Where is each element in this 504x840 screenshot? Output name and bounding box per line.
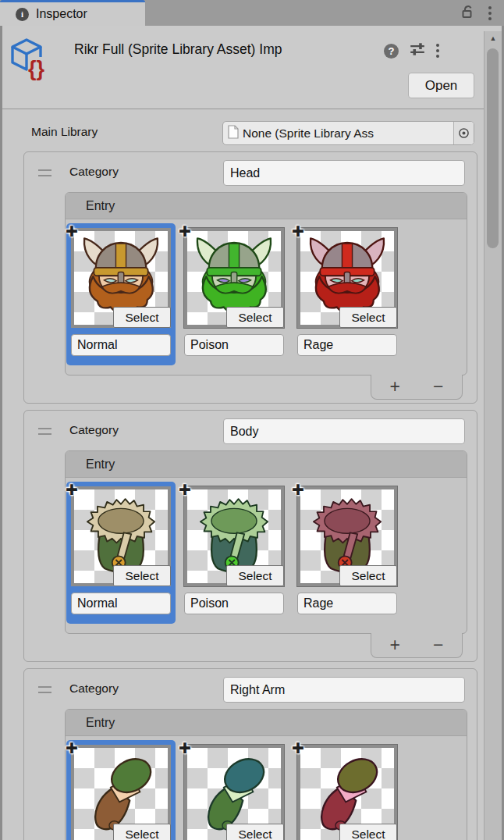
entry-arm-poison[interactable]: ✚ Select xyxy=(179,740,289,840)
plus-badge-icon: ✚ xyxy=(66,222,78,240)
add-entry-button[interactable]: + xyxy=(384,378,406,396)
drag-handle-icon[interactable] xyxy=(38,169,51,176)
plus-badge-icon: ✚ xyxy=(179,739,191,757)
entry-list: Entry ✚ Select ✚ Sel xyxy=(65,709,467,840)
category-row: Category xyxy=(24,160,477,186)
entry-head-rage[interactable]: ✚ Select xyxy=(293,223,402,365)
plus-badge-icon: ✚ xyxy=(292,222,304,240)
open-button[interactable]: Open xyxy=(408,73,474,98)
sprite-thumbnail[interactable]: ✚ Select xyxy=(297,228,397,328)
entry-list-header: Entry xyxy=(66,451,467,478)
sprite-thumbnail[interactable]: ✚ Select xyxy=(71,486,171,586)
tab-label: Inspector xyxy=(36,7,87,21)
select-sprite-button[interactable]: Select xyxy=(226,307,284,328)
select-sprite-button[interactable]: Select xyxy=(113,565,171,586)
entry-name-input[interactable] xyxy=(297,334,397,356)
category-name-input[interactable] xyxy=(223,160,465,186)
sprite-thumbnail[interactable]: ✚ Select xyxy=(297,486,397,586)
help-icon[interactable]: ? xyxy=(384,44,399,59)
main-library-object-field[interactable]: None (Sprite Library Ass xyxy=(222,121,474,145)
entry-name-input[interactable] xyxy=(184,593,284,614)
entry-list-header: Entry xyxy=(66,193,467,219)
drag-handle-icon[interactable] xyxy=(38,686,51,693)
inspector-window: i Inspector {} Rikr F xyxy=(0,0,504,840)
scrollbar-thumb[interactable] xyxy=(487,48,499,248)
window-menu-icon[interactable] xyxy=(488,6,492,20)
remove-entry-button[interactable]: − xyxy=(427,636,449,654)
sprite-thumbnail[interactable]: ✚ Select xyxy=(71,745,171,840)
entry-list-footer: + − xyxy=(371,633,463,658)
select-sprite-button[interactable]: Select xyxy=(113,307,171,328)
category-box-body: Category Entry ✚ Select xyxy=(23,410,477,662)
remove-entry-button[interactable]: − xyxy=(427,378,449,396)
category-name-input[interactable] xyxy=(223,677,465,703)
add-entry-button[interactable]: + xyxy=(384,636,406,654)
category-box-right-arm: Category Entry ✚ Select xyxy=(23,668,477,840)
select-sprite-button[interactable]: Select xyxy=(226,824,284,840)
sprite-thumbnail[interactable]: ✚ Select xyxy=(184,745,284,840)
plus-badge-icon: ✚ xyxy=(292,481,304,499)
main-library-value: None (Sprite Library Ass xyxy=(243,126,453,141)
sprite-thumbnail[interactable]: ✚ Select xyxy=(184,486,284,586)
entry-list: Entry ✚ Select ✚ Sel xyxy=(65,450,467,634)
entry-head-normal[interactable]: ✚ Select xyxy=(66,223,176,365)
sprite-thumbnail[interactable]: ✚ Select xyxy=(71,228,171,328)
entry-body-rage[interactable]: ✚ Select xyxy=(293,482,402,624)
vertical-scrollbar[interactable]: ▲ xyxy=(484,31,502,840)
category-name-input[interactable] xyxy=(223,418,465,444)
lock-icon[interactable] xyxy=(459,4,474,23)
entry-arm-rage[interactable]: ✚ Select xyxy=(293,740,402,840)
select-sprite-button[interactable]: Select xyxy=(339,307,397,328)
category-box-head: Category Entry ✚ Select xyxy=(23,151,477,404)
tab-bar: i Inspector xyxy=(0,0,504,26)
select-sprite-button[interactable]: Select xyxy=(226,565,284,586)
entry-arm-normal[interactable]: ✚ Select xyxy=(66,740,176,840)
scroll-up-arrow-icon[interactable]: ▲ xyxy=(484,31,502,45)
plus-badge-icon: ✚ xyxy=(179,222,191,240)
plus-badge-icon: ✚ xyxy=(292,739,304,757)
info-icon: i xyxy=(16,8,29,21)
entry-list-header: Entry xyxy=(66,710,467,736)
plus-badge-icon: ✚ xyxy=(179,481,191,499)
category-row: Category xyxy=(24,677,477,703)
sprite-thumbnail[interactable]: ✚ Select xyxy=(297,745,397,840)
asset-title: Rikr Full (Sprite Library Asset) Imp xyxy=(74,41,381,58)
presets-icon[interactable] xyxy=(409,41,426,60)
entry-list: Entry ✚ Select ✚ Sel xyxy=(65,192,467,376)
category-row: Category xyxy=(24,418,477,444)
entry-body-poison[interactable]: ✚ Select xyxy=(179,482,289,624)
entry-list-footer: + − xyxy=(371,375,463,400)
entry-name-input[interactable] xyxy=(71,334,171,356)
plus-badge-icon: ✚ xyxy=(66,481,78,499)
header-menu-icon[interactable] xyxy=(436,44,439,58)
plus-badge-icon: ✚ xyxy=(66,739,78,757)
drag-handle-icon[interactable] xyxy=(38,428,51,435)
entry-name-input[interactable] xyxy=(184,334,284,356)
category-label: Category xyxy=(69,682,119,696)
window-left-border xyxy=(0,26,2,840)
object-doc-icon xyxy=(228,125,239,142)
select-sprite-button[interactable]: Select xyxy=(339,824,397,840)
main-library-label: Main Library xyxy=(31,125,98,139)
entry-name-input[interactable] xyxy=(297,593,397,614)
inspector-header: {} Rikr Full (Sprite Library Asset) Imp … xyxy=(0,26,504,109)
tab-inspector[interactable]: i Inspector xyxy=(0,0,145,26)
svg-text:{}: {} xyxy=(28,57,45,80)
entry-head-poison[interactable]: ✚ Select xyxy=(179,223,289,365)
entry-body-normal[interactable]: ✚ Select xyxy=(66,482,176,624)
sprite-thumbnail[interactable]: ✚ Select xyxy=(184,228,284,328)
object-picker-icon[interactable] xyxy=(453,122,474,144)
main-library-row: Main Library None (Sprite Library Ass xyxy=(0,121,504,145)
category-label: Category xyxy=(69,423,119,437)
select-sprite-button[interactable]: Select xyxy=(339,565,397,586)
sprite-library-asset-icon: {} xyxy=(9,37,50,84)
inspector-content: Main Library None (Sprite Library Ass xyxy=(0,121,504,840)
select-sprite-button[interactable]: Select xyxy=(113,824,171,840)
entry-name-input[interactable] xyxy=(71,593,171,614)
category-label: Category xyxy=(69,165,119,179)
